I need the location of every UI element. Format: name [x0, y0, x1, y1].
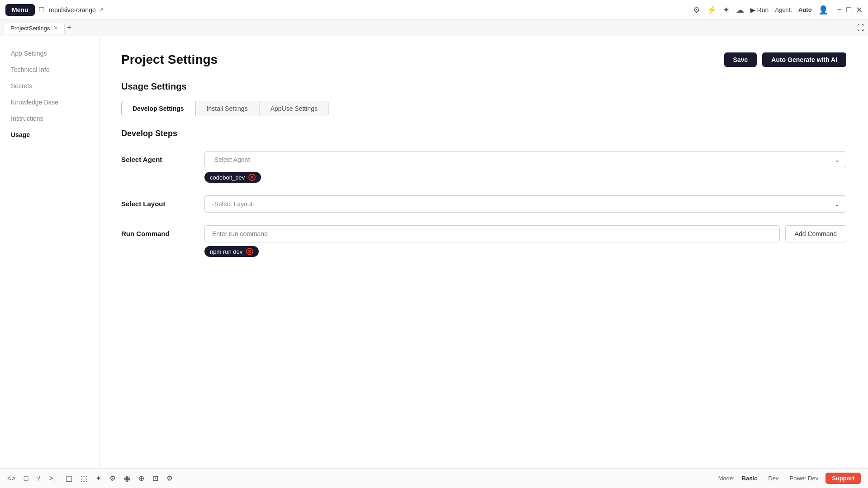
add-tab-button[interactable]: +: [66, 23, 71, 33]
settings-icon[interactable]: ⚙: [109, 474, 116, 483]
tab-project-settings[interactable]: ProjectSettings ✕: [4, 23, 65, 33]
agent-tag-remove-button[interactable]: [248, 174, 256, 181]
settings2-icon[interactable]: ⚙: [166, 474, 173, 483]
section-title: Usage Settings: [121, 81, 846, 92]
save-button[interactable]: Save: [724, 52, 757, 67]
mode-label: Mode:: [718, 475, 735, 482]
select-agent-row: Select Agent -Select Agent- ⌄ codebolt_d…: [121, 151, 846, 183]
select-layout-label: Select Layout: [121, 195, 194, 208]
bug-icon[interactable]: ✦: [95, 474, 101, 483]
main-layout: App Settings Technical Info Secrets Know…: [0, 36, 868, 468]
agent-value: Auto: [798, 6, 812, 13]
task-icon[interactable]: ◫: [66, 474, 72, 483]
sidebar-item-technical-info[interactable]: Technical Info: [0, 62, 99, 78]
tab-appuse-settings[interactable]: AppUse Settings: [259, 101, 329, 116]
mode-section: Mode: Basic Dev Power Dev Support: [718, 473, 861, 484]
mode-dev[interactable]: Dev: [764, 474, 782, 483]
fork-icon[interactable]: ⑂: [36, 474, 41, 483]
globe-icon[interactable]: ⊕: [138, 474, 144, 483]
select-layout-wrapper: -Select Layout- ⌄: [204, 195, 846, 213]
sidebar: App Settings Technical Info Secrets Know…: [0, 36, 100, 468]
select-layout-row: Select Layout -Select Layout- ⌄: [121, 195, 846, 213]
calendar-icon[interactable]: ⬚: [81, 474, 87, 483]
select-layout-field: -Select Layout- ⌄: [204, 195, 846, 213]
page-header: Project Settings Save Auto Generate with…: [121, 52, 846, 67]
eye-icon[interactable]: ◉: [124, 474, 130, 483]
minimize-button[interactable]: −: [837, 5, 842, 15]
select-agent-field: -Select Agent- ⌄ codebolt_dev: [204, 151, 846, 183]
expand-button[interactable]: ⛶: [857, 24, 864, 32]
menu-button[interactable]: Menu: [5, 4, 35, 16]
content-area: Project Settings Save Auto Generate with…: [100, 36, 868, 468]
support-button[interactable]: Support: [825, 473, 861, 484]
sidebar-toggle-icon[interactable]: □: [39, 5, 44, 14]
tab-bar: ProjectSettings ✕ + ⛶: [0, 20, 868, 36]
top-bar-right: ⚙ ⚡ ✦ ☁ ▶ Run Agent: Auto 👤 − □ ✕: [693, 5, 863, 15]
sidebar-item-instructions[interactable]: Instructions: [0, 110, 99, 127]
select-agent-wrapper: -Select Agent- ⌄: [204, 151, 846, 168]
terminal-icon[interactable]: >_: [49, 474, 57, 483]
top-bar-left: Menu □ repulsive-orange ↗: [5, 4, 104, 16]
run-command-row: Run Command Add Command npm run dev: [121, 225, 846, 257]
header-actions: Save Auto Generate with AI: [724, 52, 846, 67]
settings-tabs: Develop Settings Install Settings AppUse…: [121, 101, 846, 116]
run-icon: ▶: [750, 6, 755, 14]
plug-icon[interactable]: ⊡: [152, 474, 158, 483]
cloud-icon[interactable]: ☁: [736, 5, 744, 15]
sidebar-item-usage[interactable]: Usage: [0, 127, 99, 143]
command-tag: npm run dev: [204, 246, 259, 257]
develop-steps-title: Develop Steps: [121, 129, 846, 138]
bottom-icons: <> □ ⑂ >_ ◫ ⬚ ✦ ⚙ ◉ ⊕ ⊡ ⚙: [7, 474, 173, 483]
run-command-input[interactable]: [204, 225, 780, 242]
select-layout-dropdown[interactable]: -Select Layout-: [204, 195, 846, 213]
select-agent-label: Select Agent: [121, 151, 194, 163]
maximize-button[interactable]: □: [846, 5, 851, 15]
page-title: Project Settings: [121, 52, 218, 67]
tab-close-icon[interactable]: ✕: [53, 25, 58, 31]
code-icon[interactable]: <>: [7, 474, 16, 483]
ai-generate-button[interactable]: Auto Generate with AI: [762, 52, 846, 67]
sidebar-item-secrets[interactable]: Secrets: [0, 78, 99, 94]
close-button[interactable]: ✕: [856, 5, 863, 15]
command-input-row: Add Command: [204, 225, 846, 242]
run-command-field: Add Command npm run dev: [204, 225, 846, 257]
command-tag-remove-button[interactable]: [246, 248, 253, 255]
run-command-label: Run Command: [121, 225, 194, 237]
add-command-button[interactable]: Add Command: [785, 225, 846, 242]
bottom-bar: <> □ ⑂ >_ ◫ ⬚ ✦ ⚙ ◉ ⊕ ⊡ ⚙ Mode: Basic De…: [0, 468, 868, 488]
user-icon[interactable]: 👤: [818, 5, 828, 15]
sidebar-item-knowledge-base[interactable]: Knowledge Base: [0, 94, 99, 110]
tools-icon[interactable]: ✦: [723, 5, 730, 15]
select-agent-dropdown[interactable]: -Select Agent-: [204, 151, 846, 168]
agent-label: Agent:: [775, 6, 792, 13]
window-controls: − □ ✕: [837, 5, 863, 15]
sidebar-item-app-settings[interactable]: App Settings: [0, 45, 99, 62]
mode-power-dev[interactable]: Power Dev: [786, 474, 822, 483]
lightning-icon[interactable]: ⚡: [707, 5, 716, 15]
agent-tag: codebolt_dev: [204, 172, 261, 183]
gear-icon[interactable]: ⚙: [693, 5, 700, 15]
run-button[interactable]: ▶ Run: [750, 6, 769, 14]
mode-basic[interactable]: Basic: [738, 474, 761, 483]
chat-icon[interactable]: □: [24, 474, 28, 483]
project-name: repulsive-orange ↗: [48, 6, 103, 14]
tab-develop-settings[interactable]: Develop Settings: [121, 101, 195, 116]
external-link-icon[interactable]: ↗: [99, 6, 104, 13]
top-bar: Menu □ repulsive-orange ↗ ⚙ ⚡ ✦ ☁ ▶ Run …: [0, 0, 868, 20]
tab-install-settings[interactable]: Install Settings: [195, 101, 259, 116]
